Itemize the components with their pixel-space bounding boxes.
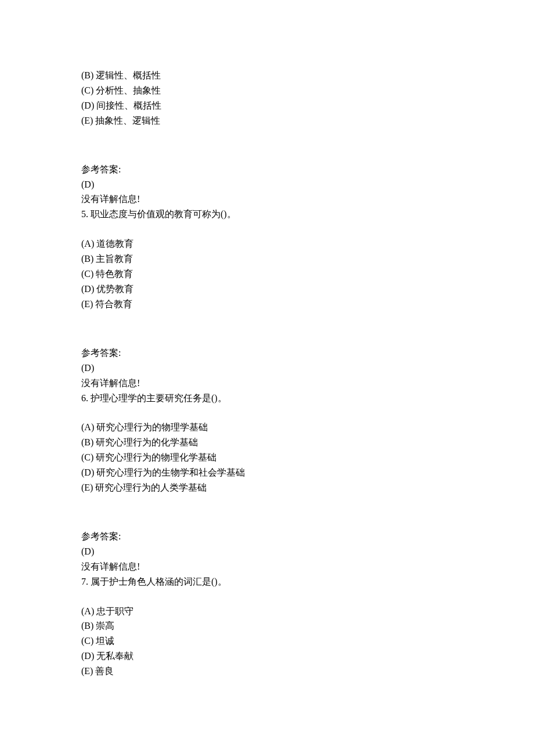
q5-option-c: (C) 特色教育: [81, 267, 453, 282]
q5-explain: 没有详解信息!: [81, 376, 453, 391]
q5-stem: 5. 职业态度与价值观的教育可称为()。: [81, 207, 453, 222]
q7-stem: 7. 属于护士角色人格涵的词汇是()。: [81, 574, 453, 589]
q5-answer-label: 参考答案:: [81, 345, 453, 361]
spacer: [81, 405, 453, 420]
q4-option-e: (E) 抽象性、逻辑性: [81, 113, 453, 128]
q6-answer-label: 参考答案:: [81, 529, 453, 544]
q4-answer-label: 参考答案:: [81, 162, 453, 177]
q6-option-e: (E) 研究心理行为的人类学基础: [81, 480, 453, 495]
spacer: [81, 222, 453, 236]
spacer: [81, 495, 453, 510]
q7-option-c: (C) 坦诚: [81, 633, 453, 649]
spacer: [81, 128, 453, 143]
q5-option-a: (A) 道德教育: [81, 236, 453, 251]
q7-option-d: (D) 无私奉献: [81, 649, 453, 664]
q4-option-b: (B) 逻辑性、概括性: [81, 68, 453, 83]
q4-answer: (D): [81, 177, 453, 192]
spacer: [81, 326, 453, 341]
q5-answer: (D): [81, 361, 453, 376]
q7-option-b: (B) 崇高: [81, 618, 453, 633]
q5-option-d: (D) 优势教育: [81, 282, 453, 297]
q5-option-b: (B) 主旨教育: [81, 251, 453, 267]
document-page: (B) 逻辑性、概括性 (C) 分析性、抽象性 (D) 间接性、概括性 (E) …: [0, 0, 534, 737]
spacer: [81, 510, 453, 524]
spacer: [81, 341, 453, 345]
q7-option-a: (A) 忠于职守: [81, 604, 453, 619]
q4-explain: 没有详解信息!: [81, 192, 453, 207]
spacer: [81, 589, 453, 604]
q6-option-a: (A) 研究心理行为的物理学基础: [81, 420, 453, 435]
spacer: [81, 157, 453, 162]
q6-explain: 没有详解信息!: [81, 559, 453, 574]
q4-option-d: (D) 间接性、概括性: [81, 98, 453, 113]
q7-option-e: (E) 善良: [81, 664, 453, 679]
spacer: [81, 524, 453, 529]
q6-stem: 6. 护理心理学的主要研究任务是()。: [81, 391, 453, 406]
spacer: [81, 143, 453, 157]
q6-option-b: (B) 研究心理行为的化学基础: [81, 435, 453, 450]
q4-option-c: (C) 分析性、抽象性: [81, 83, 453, 98]
q5-option-e: (E) 符合教育: [81, 297, 453, 312]
q6-answer: (D): [81, 544, 453, 559]
q6-option-c: (C) 研究心理行为的物理化学基础: [81, 450, 453, 465]
spacer: [81, 312, 453, 326]
q6-option-d: (D) 研究心理行为的生物学和社会学基础: [81, 465, 453, 480]
